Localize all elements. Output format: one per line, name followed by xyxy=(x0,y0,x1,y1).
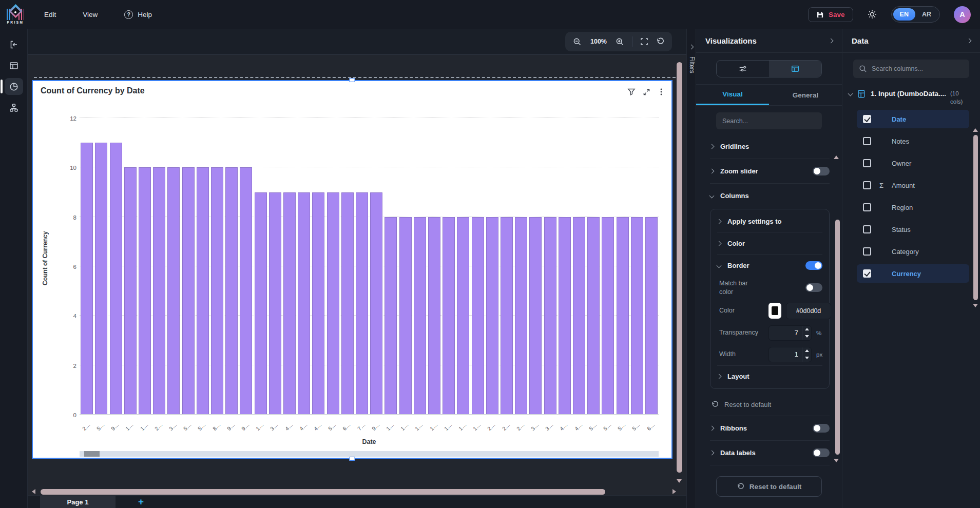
column-item-owner[interactable]: Owner xyxy=(857,154,969,172)
filters-collapsed-pane[interactable]: Filters xyxy=(686,29,696,508)
bar[interactable] xyxy=(631,217,643,415)
scroll-up-indicator[interactable] xyxy=(834,155,839,159)
section-zoom-slider[interactable]: Zoom slider xyxy=(710,159,830,183)
transparency-input[interactable]: 7 xyxy=(768,325,812,341)
column-item-currency[interactable]: Currency xyxy=(857,264,969,283)
bar[interactable] xyxy=(486,217,498,415)
section-apply-settings-to[interactable]: Apply settings to xyxy=(717,210,822,232)
viz-mode-layout[interactable] xyxy=(769,61,821,77)
bar[interactable] xyxy=(269,192,281,415)
bar[interactable] xyxy=(255,192,267,415)
bar[interactable] xyxy=(356,192,368,415)
dataset-tree-item[interactable]: 1. Input (DumboData.... (10 cols) xyxy=(842,83,980,109)
color-swatch[interactable] xyxy=(768,303,781,319)
checkbox-unchecked[interactable] xyxy=(863,159,871,167)
bar[interactable] xyxy=(124,167,137,415)
bar[interactable] xyxy=(515,217,527,415)
checkbox-unchecked[interactable] xyxy=(863,225,871,233)
scroll-left-arrow[interactable] xyxy=(32,489,35,494)
bar[interactable] xyxy=(95,143,107,415)
reset-to-default-link[interactable]: Reset to default xyxy=(710,394,830,416)
menu-view[interactable]: View xyxy=(83,11,98,18)
spin-down-button[interactable] xyxy=(802,333,811,340)
collapse-sidebar-icon[interactable] xyxy=(5,36,23,53)
chart-scrollbar-thumb[interactable] xyxy=(84,451,100,457)
zoom-slider-toggle[interactable] xyxy=(813,167,830,175)
column-item-category[interactable]: Category xyxy=(857,242,969,261)
lang-en-button[interactable]: EN xyxy=(893,8,915,21)
reset-to-default-button[interactable]: Reset to default xyxy=(716,476,822,497)
bar[interactable] xyxy=(529,217,542,415)
bar[interactable] xyxy=(327,192,339,415)
bar[interactable] xyxy=(341,192,354,415)
resize-handle-bottom[interactable] xyxy=(350,457,355,461)
charts-pie-icon[interactable] xyxy=(5,78,23,95)
bar[interactable] xyxy=(211,167,223,415)
bar[interactable] xyxy=(414,217,426,415)
bar[interactable] xyxy=(399,217,412,415)
section-ribbons[interactable]: Ribbons xyxy=(710,416,830,440)
bar[interactable] xyxy=(153,167,165,415)
bar[interactable] xyxy=(240,167,252,415)
ribbons-toggle[interactable] xyxy=(813,424,830,433)
bar[interactable] xyxy=(385,217,397,415)
canvas-vertical-scrollbar[interactable] xyxy=(677,59,682,486)
column-item-region[interactable]: Region xyxy=(857,198,969,217)
tab-general[interactable]: General xyxy=(769,85,842,105)
scroll-right-arrow[interactable] xyxy=(672,489,676,494)
column-item-status[interactable]: Status xyxy=(857,220,969,239)
bar[interactable] xyxy=(139,167,151,415)
spin-up-button[interactable] xyxy=(802,347,811,355)
bar[interactable] xyxy=(457,217,469,415)
menu-help[interactable]: ? Help xyxy=(124,10,152,19)
bar[interactable] xyxy=(197,167,209,415)
section-layout[interactable]: Layout xyxy=(717,366,822,387)
reset-view-icon[interactable] xyxy=(656,37,664,46)
section-border[interactable]: Border xyxy=(717,255,822,276)
resize-handle-top[interactable] xyxy=(350,78,355,82)
bar[interactable] xyxy=(602,217,614,415)
checkbox-checked[interactable] xyxy=(863,115,871,123)
bar[interactable] xyxy=(472,217,484,415)
fit-screen-icon[interactable] xyxy=(640,37,648,46)
section-columns[interactable]: Columns xyxy=(710,184,830,208)
bar[interactable] xyxy=(617,217,629,415)
theme-sun-icon[interactable] xyxy=(867,9,877,19)
expand-icon[interactable] xyxy=(643,88,650,96)
section-color[interactable]: Color xyxy=(717,232,822,254)
bar[interactable] xyxy=(167,167,180,415)
collapse-panel-chevron-icon[interactable] xyxy=(967,38,972,43)
dashboard-layout-icon[interactable] xyxy=(5,57,23,74)
filters-expand-chevron-icon[interactable] xyxy=(689,45,694,50)
bar[interactable] xyxy=(544,217,556,415)
width-input[interactable]: 1 xyxy=(768,347,812,362)
bar[interactable] xyxy=(312,192,324,415)
bar[interactable] xyxy=(501,217,513,415)
avatar[interactable]: A xyxy=(954,6,971,23)
viz-panel-scrollbar-thumb[interactable] xyxy=(835,220,840,455)
viz-search-input[interactable] xyxy=(716,112,822,129)
section-gridlines[interactable]: Gridlines xyxy=(710,134,830,159)
spin-down-button[interactable] xyxy=(802,355,811,362)
bar[interactable] xyxy=(110,143,122,415)
canvas-hscroll-thumb[interactable] xyxy=(41,489,605,495)
scroll-up-indicator[interactable] xyxy=(973,128,978,132)
bar[interactable] xyxy=(645,217,658,415)
canvas-horizontal-scrollbar[interactable] xyxy=(28,488,686,495)
collapse-panel-chevron-icon[interactable] xyxy=(829,38,834,43)
hierarchy-icon[interactable] xyxy=(5,99,23,116)
checkbox-checked[interactable] xyxy=(863,269,871,278)
chart-horizontal-scrollbar[interactable] xyxy=(80,451,659,457)
checkbox-unchecked[interactable] xyxy=(863,203,871,211)
lang-ar-button[interactable]: AR xyxy=(915,8,938,21)
match-bar-color-toggle[interactable] xyxy=(805,283,822,292)
data-panel-scrollbar-thumb[interactable] xyxy=(973,135,978,300)
bar[interactable] xyxy=(225,167,238,415)
border-color-value[interactable]: #0d0d0d xyxy=(786,303,831,319)
data-labels-toggle[interactable] xyxy=(813,448,830,457)
checkbox-unchecked[interactable] xyxy=(863,181,871,189)
checkbox-unchecked[interactable] xyxy=(863,137,871,145)
bar[interactable] xyxy=(573,217,585,415)
bar[interactable] xyxy=(587,217,600,415)
bar[interactable] xyxy=(559,217,571,415)
